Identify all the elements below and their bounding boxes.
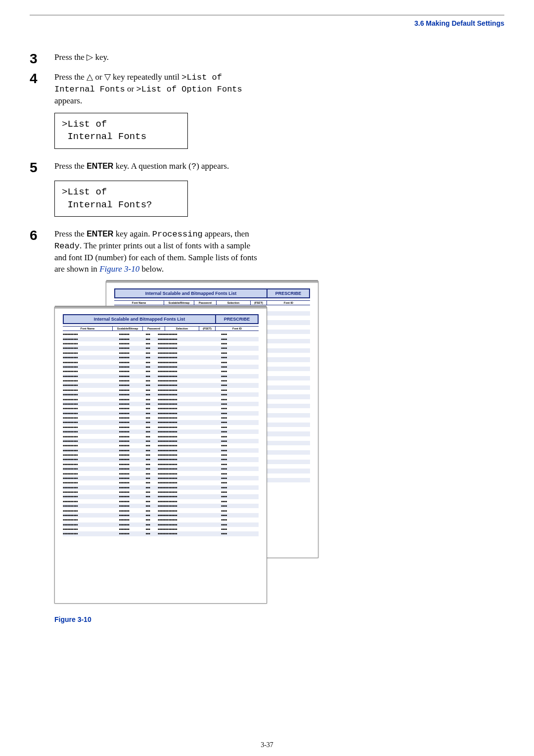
table-row: ■■■■■■■■■■■■■■■■■■■■■■■■■■■■■■■■■■■■■ [63,420,259,425]
report-header-row: Font Name Scalable/Bitmap Password Selec… [114,300,310,305]
table-row: ■■■■■■■■■■■■■■■■■■■■■■■■■■■■■■■■■■■■■ [63,448,259,453]
report-title: Internal Scalable and Bitmapped Fonts Li… [115,289,267,297]
lcd-display-1: >List of Internal Fonts [54,113,188,149]
hdr-password: Password [194,301,217,305]
table-row: ■■■■■■■■■■■■■■■■■■■■■■■■■■■■■■■■■■■■■ [63,411,259,416]
table-row: ■■■■■■■■■■■■■■■■■■■■■■■■■■■■■■■■■■■■■ [63,374,259,378]
hdr-selection: Selection [165,327,199,331]
report-titlebar: Internal Scalable and Bitmapped Fonts Li… [114,288,310,298]
section-link[interactable]: 3.6 Making Default Settings [30,19,504,27]
table-row: ■■■■■■■■■■■■■■■■■■■■■■■■■■■■■■■■■■■■■ [63,513,259,518]
hdr-scalable: Scalable/Bitmap [113,327,143,331]
table-row: ■■■■■■■■■■■■■■■■■■■■■■■■■■■■■■■■■■■■■ [63,397,259,401]
table-row: ■■■■■■■■■■■■■■■■■■■■■■■■■■■■■■■■■■■■■ [63,425,259,429]
step-5: 5 Press the ENTER key. A question mark (… [30,161,504,175]
table-row: ■■■■■■■■■■■■■■■■■■■■■■■■■■■■■■■■■■■■■ [63,383,259,387]
mono: Processing [152,230,203,239]
txt: Press the [54,229,87,238]
table-row: ■■■■■■■■■■■■■■■■■■■■■■■■■■■■■■■■■■■■■ [63,527,259,531]
table-row: ■■■■■■■■■■■■■■■■■■■■■■■■■■■■■■■■■■■■■ [63,360,259,364]
txt: appears. [54,96,82,105]
mono: Ready [54,241,80,251]
step-body: Press the ▷ key. [54,52,262,63]
hdr-font-name: Font Name [114,301,164,305]
report-brand: PRESCRIBE [215,315,258,323]
table-row: ■■■■■■■■■■■■■■■■■■■■■■■■■■■■■■■■■■■■■ [63,508,259,513]
figure-link[interactable]: Figure 3-10 [99,264,139,274]
hdr-font-name: Font Name [63,327,113,331]
table-row: ■■■■■■■■■■■■■■■■■■■■■■■■■■■■■■■■■■■■■ [63,467,259,471]
down-arrow-icon: ▽ [104,72,111,82]
table-row: ■■■■■■■■■■■■■■■■■■■■■■■■■■■■■■■■■■■■■ [63,494,259,499]
txt: key again. [113,229,152,238]
table-row: ■■■■■■■■■■■■■■■■■■■■■■■■■■■■■■■■■■■■■ [63,402,259,406]
step-body: Press the ENTER key. A question mark (?)… [54,161,262,173]
step-body: Press the △ or ▽ key repeatedly until >L… [54,72,262,107]
hdr-password: Password [143,327,165,331]
txt: or [93,72,104,82]
txt: key repeatedly until [111,72,182,82]
table-row: ■■■■■■■■■■■■■■■■■■■■■■■■■■■■■■■■■■■■■ [63,476,259,480]
figure-area: Internal Scalable and Bitmapped Fonts Li… [54,281,307,608]
txt: ) appears. [196,161,229,171]
table-row: ■■■■■■■■■■■■■■■■■■■■■■■■■■■■■■■■■■■■■ [63,365,259,369]
report-brand: PRESCRIBE [267,289,309,297]
enter-key: ENTER [87,230,113,238]
txt: Press the [54,52,87,62]
enter-key: ENTER [87,162,113,170]
step-number: 5 [30,161,54,175]
step-3: 3 Press the ▷ key. [30,52,504,66]
table-row: ■■■■■■■■■■■■■■■■■■■■■■■■■■■■■■■■■■■■■ [63,388,259,392]
report-sheet-front: Internal Scalable and Bitmapped Fonts Li… [54,307,267,604]
report-title: Internal Scalable and Bitmapped Fonts Li… [64,315,215,323]
step-6: 6 Press the ENTER key again. Processing … [30,229,504,275]
table-row: ■■■■■■■■■■■■■■■■■■■■■■■■■■■■■■■■■■■■■ [63,453,259,457]
table-row: ■■■■■■■■■■■■■■■■■■■■■■■■■■■■■■■■■■■■■ [63,429,259,434]
table-row: ■■■■■■■■■■■■■■■■■■■■■■■■■■■■■■■■■■■■■ [63,457,259,462]
table-row: ■■■■■■■■■■■■■■■■■■■■■■■■■■■■■■■■■■■■■ [63,490,259,494]
lcd-display-2: >List of Internal Fonts? [54,181,188,217]
table-row: ■■■■■■■■■■■■■■■■■■■■■■■■■■■■■■■■■■■■■ [63,392,259,397]
report-titlebar: Internal Scalable and Bitmapped Fonts Li… [63,314,259,324]
txt: below. [139,264,164,274]
up-arrow-icon: △ [87,72,93,82]
table-row: ■■■■■■■■■■■■■■■■■■■■■■■■■■■■■■■■■■■■■ [63,416,259,420]
hdr-pset: (FSET) [251,301,267,305]
step-body: Press the ENTER key again. Processing ap… [54,229,262,275]
table-row: ■■■■■■■■■■■■■■■■■■■■■■■■■■■■■■■■■■■■■ [63,351,259,355]
table-row: ■■■■■■■■■■■■■■■■■■■■■■■■■■■■■■■■■■■■■ [63,499,259,504]
page-number: 3-37 [0,741,534,749]
mono: >List of Option Fonts [136,85,242,94]
table-row: ■■■■■■■■■■■■■■■■■■■■■■■■■■■■■■■■■■■■■ [63,355,259,360]
hdr-pset: (FSET) [199,327,216,331]
table-row: ■■■■■■■■■■■■■■■■■■■■■■■■■■■■■■■■■■■■■ [63,434,259,438]
table-row: ■■■■■■■■■■■■■■■■■■■■■■■■■■■■■■■■■■■■■ [63,485,259,490]
table-row: ■■■■■■■■■■■■■■■■■■■■■■■■■■■■■■■■■■■■■ [63,531,259,536]
step-number: 4 [30,72,54,86]
table-row: ■■■■■■■■■■■■■■■■■■■■■■■■■■■■■■■■■■■■■ [63,369,259,374]
txt: Press the [54,161,87,171]
txt: Press the [54,72,87,82]
step-number: 6 [30,229,54,242]
report-header-row: Font Name Scalable/Bitmap Password Selec… [63,326,259,331]
hdr-font-id: Font ID [267,301,310,305]
table-row: ■■■■■■■■■■■■■■■■■■■■■■■■■■■■■■■■■■■■■ [63,504,259,508]
table-row: ■■■■■■■■■■■■■■■■■■■■■■■■■■■■■■■■■■■■■ [63,341,259,346]
hdr-font-id: Font ID [216,327,259,331]
figure-caption: Figure 3-10 [54,615,504,623]
txt: key. A question mark ( [113,161,191,171]
top-rule [30,15,504,15]
question-mark: ? [191,162,196,171]
table-row: ■■■■■■■■■■■■■■■■■■■■■■■■■■■■■■■■■■■■■ [63,346,259,350]
binder-clip-icon [55,306,267,309]
table-row: ■■■■■■■■■■■■■■■■■■■■■■■■■■■■■■■■■■■■■ [63,471,259,475]
hdr-scalable: Scalable/Bitmap [164,301,194,305]
table-row: ■■■■■■■■■■■■■■■■■■■■■■■■■■■■■■■■■■■■■ [63,378,259,383]
table-row: ■■■■■■■■■■■■■■■■■■■■■■■■■■■■■■■■■■■■■ [63,518,259,522]
table-row: ■■■■■■■■■■■■■■■■■■■■■■■■■■■■■■■■■■■■■ [63,332,259,336]
table-row: ■■■■■■■■■■■■■■■■■■■■■■■■■■■■■■■■■■■■■ [63,462,259,467]
report-rows: ■■■■■■■■■■■■■■■■■■■■■■■■■■■■■■■■■■■■■■■■… [63,332,259,536]
txt: key. [93,52,109,62]
step-4: 4 Press the △ or ▽ key repeatedly until … [30,72,504,107]
txt: or [125,84,136,94]
